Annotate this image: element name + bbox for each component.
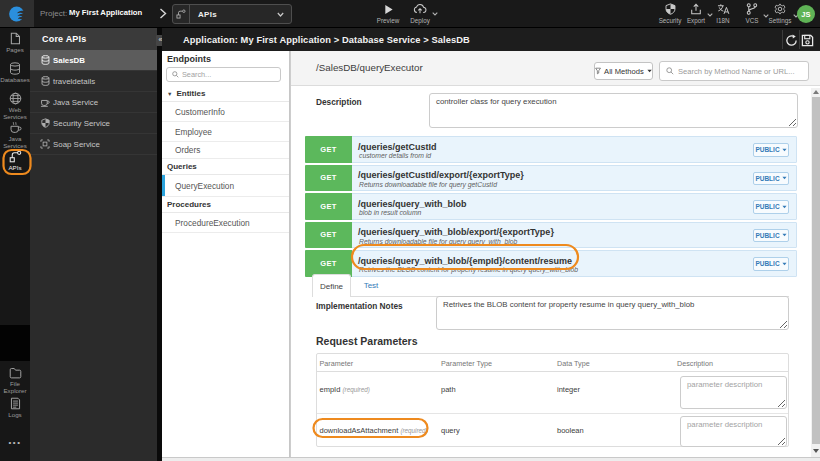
access-dropdown[interactable]: PUBLIC bbox=[753, 200, 789, 214]
tab-test[interactable]: Test bbox=[351, 274, 391, 297]
caret-down-icon bbox=[782, 176, 787, 180]
scroll-up-arrow[interactable] bbox=[813, 90, 819, 94]
sidebar-item-web-services[interactable]: Web Services bbox=[0, 92, 30, 120]
core-api-item-soap-service[interactable]: Soap Service bbox=[30, 134, 157, 155]
get-method-badge: GET bbox=[305, 165, 352, 192]
sidebar-item-logs[interactable]: Logs bbox=[0, 397, 30, 418]
filter-funnel-icon bbox=[595, 67, 601, 75]
caret-down-icon bbox=[782, 262, 787, 266]
tree-item-procedureexecution[interactable]: ProcedureExecution bbox=[162, 213, 289, 233]
param-name-cell: downloadAsAttachment (required) bbox=[320, 426, 428, 435]
implementation-notes-textarea[interactable]: Retrives the BLOB content for property r… bbox=[436, 296, 789, 330]
access-dropdown[interactable]: PUBLIC bbox=[753, 172, 789, 186]
deploy-button[interactable]: Deploy bbox=[406, 3, 434, 26]
endpoints-search-input[interactable] bbox=[182, 70, 262, 79]
param-type-cell: path bbox=[441, 385, 456, 394]
endpoint-description: Returns downloadable file for query quer… bbox=[359, 238, 517, 245]
tree-item-employee[interactable]: Employee bbox=[162, 122, 289, 142]
endpoint-row[interactable]: GET /queries/getCustId customer details … bbox=[305, 136, 797, 163]
endpoint-description: blob in result column bbox=[359, 209, 421, 216]
core-api-item-security-service[interactable]: Security Service bbox=[30, 113, 157, 134]
param-description-textarea[interactable] bbox=[680, 416, 787, 447]
deploy-caret-icon bbox=[432, 12, 438, 16]
sidebar-item-databases[interactable]: Databases bbox=[0, 62, 30, 83]
column-header: Parameter bbox=[320, 359, 354, 368]
core-api-item-java-service[interactable]: Java Service bbox=[30, 92, 157, 113]
access-dropdown[interactable]: PUBLIC bbox=[753, 143, 789, 157]
tab-define[interactable]: Define bbox=[312, 274, 351, 297]
save-button[interactable] bbox=[801, 33, 814, 51]
breadcrumb: Application: My First Application > Data… bbox=[183, 35, 470, 45]
tree-item-label: Orders bbox=[175, 145, 200, 155]
i18n-button[interactable]: I18N bbox=[710, 3, 736, 26]
module-selector-dropdown[interactable]: APIs bbox=[172, 4, 292, 24]
bottom-strip bbox=[162, 457, 820, 461]
project-label: Project: bbox=[40, 9, 67, 18]
tree-section-queries[interactable]: Queries bbox=[162, 159, 289, 175]
caret-down-icon: ▼ bbox=[167, 91, 172, 97]
core-api-label: Security Service bbox=[53, 119, 110, 128]
refresh-button[interactable] bbox=[785, 33, 798, 51]
scroll-down-arrow[interactable] bbox=[813, 449, 819, 453]
security-shield-icon bbox=[655, 3, 685, 15]
tree-section-entities[interactable]: ▼ Entities bbox=[162, 86, 289, 102]
vertical-scrollbar[interactable] bbox=[811, 88, 820, 457]
section-label: Entities bbox=[176, 89, 205, 98]
preview-button[interactable]: Preview bbox=[374, 3, 402, 26]
method-search-input[interactable] bbox=[678, 67, 808, 76]
tree-item-orders[interactable]: Orders bbox=[162, 142, 289, 159]
tree-item-customerinfo[interactable]: CustomerInfo bbox=[162, 102, 289, 122]
export-button[interactable]: Export bbox=[682, 3, 710, 26]
sidebar-item-pages[interactable]: Pages bbox=[0, 32, 30, 53]
column-header: Description bbox=[677, 359, 713, 368]
vcs-button[interactable]: VCS bbox=[739, 3, 765, 26]
column-header: Parameter Type bbox=[441, 359, 492, 368]
endpoint-description: Retrives the BLOB content for property r… bbox=[359, 266, 578, 273]
topbar: Project: My First Application APIs Previ bbox=[0, 0, 820, 28]
description-textarea[interactable]: controller class for query execution bbox=[429, 93, 798, 128]
apis-selector-icon bbox=[173, 5, 190, 23]
sidebar-item-file-explorer[interactable]: File Explorer bbox=[0, 367, 30, 394]
pages-icon bbox=[0, 32, 30, 45]
app-root: Project: My First Application APIs Previ bbox=[0, 0, 820, 461]
more-options-button[interactable]: ••• bbox=[0, 438, 30, 447]
core-api-item-salesdb[interactable]: SalesDB bbox=[30, 50, 157, 71]
get-method-badge: GET bbox=[305, 193, 352, 220]
description-label: Description bbox=[316, 97, 362, 107]
access-dropdown[interactable]: PUBLIC bbox=[753, 229, 789, 243]
core-api-item-traveldetails[interactable]: traveldetails bbox=[30, 71, 157, 92]
endpoints-panel: Endpoints ▼ Entities CustomerInfo Employ… bbox=[162, 51, 290, 457]
security-button[interactable]: Security bbox=[655, 3, 685, 26]
tree-section-procedures[interactable]: Procedures bbox=[162, 197, 289, 213]
endpoint-row[interactable]: GET /queries/query_with_blob/export/{exp… bbox=[305, 222, 797, 249]
breadcrumb-bar: Application: My First Application > Data… bbox=[162, 28, 820, 51]
endpoint-row-selected[interactable]: GET /queries/query_with_blob/{empId}/con… bbox=[305, 250, 797, 277]
endpoint-path: /queries/query_with_blob/export/{exportT… bbox=[358, 227, 554, 237]
all-methods-label: All Methods bbox=[604, 67, 644, 76]
endpoint-path: /queries/query_with_blob/{empId}/content… bbox=[358, 256, 572, 266]
all-methods-filter-button[interactable]: All Methods bbox=[594, 62, 653, 80]
column-header: Data Type bbox=[557, 359, 590, 368]
param-description-textarea[interactable] bbox=[680, 376, 787, 409]
tree-item-queryexecution[interactable]: QueryExecution bbox=[162, 175, 289, 197]
endpoint-row[interactable]: GET /queries/getCustId/export/{exportTyp… bbox=[305, 165, 797, 192]
security-label: Security bbox=[655, 17, 685, 24]
logs-icon bbox=[0, 397, 30, 410]
access-dropdown[interactable]: PUBLIC bbox=[753, 257, 789, 271]
scrollbar-thumb[interactable] bbox=[812, 97, 820, 444]
implementation-notes-label: Implementation Notes bbox=[316, 301, 403, 311]
core-apis-panel: Core APIs SalesDB traveldetails bbox=[30, 28, 157, 461]
settings-button[interactable]: Settings bbox=[766, 3, 794, 26]
sidebar-item-apis[interactable]: APIs bbox=[0, 150, 30, 171]
divider bbox=[799, 30, 800, 49]
endpoint-row[interactable]: GET /queries/query_with_blob blob in res… bbox=[305, 193, 797, 220]
caret-down-icon bbox=[782, 148, 787, 152]
tree-item-label: CustomerInfo bbox=[175, 107, 225, 117]
sidebar-item-java-services[interactable]: Java Services bbox=[0, 121, 30, 149]
access-label: PUBLIC bbox=[755, 232, 779, 239]
required-flag: (required) bbox=[400, 427, 427, 434]
file-explorer-icon bbox=[0, 367, 30, 379]
param-name-cell: empId (required) bbox=[320, 385, 370, 394]
logo-block[interactable] bbox=[0, 0, 34, 27]
user-avatar[interactable]: JS bbox=[797, 5, 815, 23]
